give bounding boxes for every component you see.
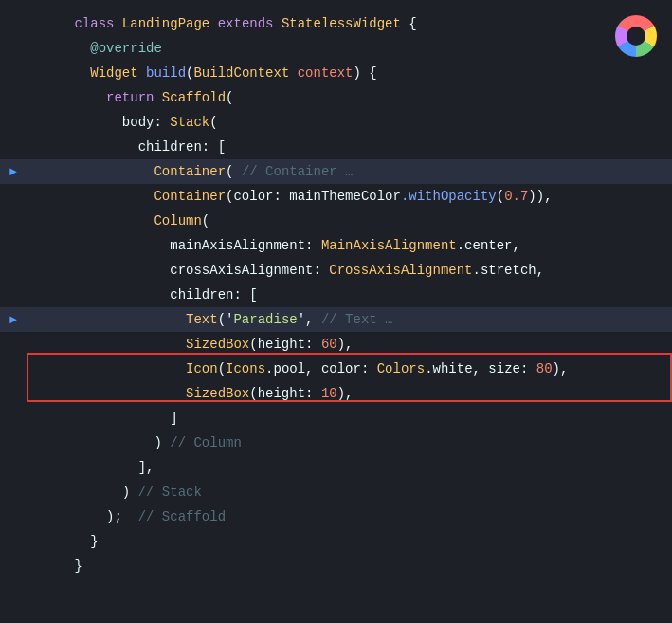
- arrow-icon-13: ►: [9, 313, 17, 327]
- class-brace-close: }: [74, 559, 82, 574]
- arrow-icon-7: ►: [9, 165, 17, 179]
- code-line-23: }: [0, 554, 672, 578]
- arrow-gutter-13: ►: [0, 313, 27, 327]
- code-text-23: }: [27, 543, 672, 589]
- arrow-gutter-7: ►: [0, 165, 27, 179]
- code-editor: class LandingPage extends StatelessWidge…: [0, 0, 672, 623]
